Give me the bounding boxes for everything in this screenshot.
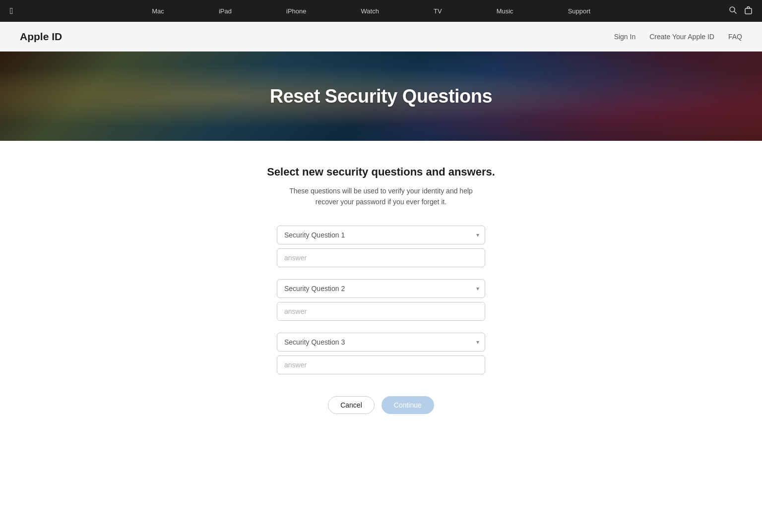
content-subtitle: These questions will be used to verify y… [282, 185, 480, 208]
question-group-2: Security Question 2 ▾ [277, 279, 485, 321]
nav-watch-link[interactable]: Watch [357, 7, 383, 15]
button-row: Cancel Continue [277, 396, 485, 414]
svg-rect-2 [745, 8, 752, 14]
apple-id-title: Apple ID [20, 31, 62, 43]
security-question-1-select[interactable]: Security Question 1 [277, 226, 485, 244]
hero-banner: Reset Security Questions [0, 52, 762, 141]
nav-mac-link[interactable]: Mac [148, 7, 168, 15]
nav-support-link[interactable]: Support [564, 7, 595, 15]
sign-in-link[interactable]: Sign In [614, 33, 636, 41]
security-question-2-select[interactable]: Security Question 2 [277, 279, 485, 298]
question-2-select-wrapper: Security Question 2 ▾ [277, 279, 485, 298]
question-group-1: Security Question 1 ▾ [277, 226, 485, 267]
main-nav:  Mac iPad iPhone Watch TV Music Support [0, 0, 762, 22]
security-question-3-select[interactable]: Security Question 3 [277, 333, 485, 352]
search-icon[interactable] [729, 6, 737, 16]
faq-link[interactable]: FAQ [728, 33, 742, 41]
answer-input-2[interactable] [277, 302, 485, 321]
bag-icon[interactable] [745, 6, 752, 16]
nav-iphone-link[interactable]: iPhone [282, 7, 310, 15]
question-1-select-wrapper: Security Question 1 ▾ [277, 226, 485, 244]
hero-title: Reset Security Questions [270, 86, 492, 107]
continue-button[interactable]: Continue [381, 396, 434, 414]
nav-tv-link[interactable]: TV [430, 7, 446, 15]
nav-music-link[interactable]: Music [493, 7, 517, 15]
apple-logo-icon[interactable]:  [10, 6, 13, 15]
header-bar: Apple ID Sign In Create Your Apple ID FA… [0, 22, 762, 52]
security-questions-form: Security Question 1 ▾ Security Question … [277, 226, 485, 414]
cancel-button[interactable]: Cancel [328, 396, 375, 414]
create-apple-id-link[interactable]: Create Your Apple ID [649, 33, 714, 41]
content-title: Select new security questions and answer… [267, 166, 495, 178]
svg-line-1 [734, 11, 736, 13]
answer-input-3[interactable] [277, 355, 485, 374]
question-group-3: Security Question 3 ▾ [277, 333, 485, 374]
main-content: Select new security questions and answer… [0, 141, 762, 444]
nav-ipad-link[interactable]: iPad [215, 7, 236, 15]
answer-input-1[interactable] [277, 248, 485, 267]
question-3-select-wrapper: Security Question 3 ▾ [277, 333, 485, 352]
header-links: Sign In Create Your Apple ID FAQ [614, 33, 742, 41]
